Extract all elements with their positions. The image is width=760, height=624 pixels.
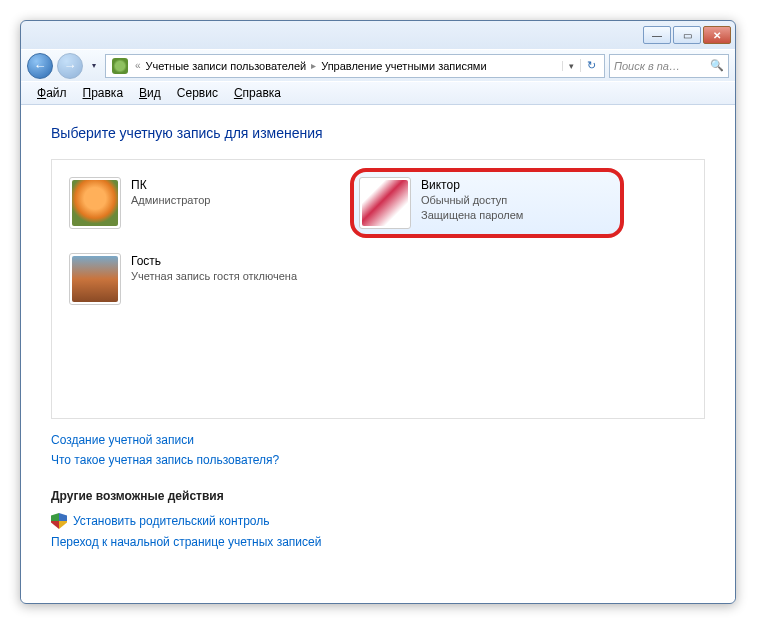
avatar: [69, 253, 121, 305]
action-parental-control[interactable]: Установить родительский контроль: [51, 513, 705, 529]
account-role: Обычный доступ: [421, 193, 523, 208]
back-button[interactable]: ←: [27, 53, 53, 79]
account-pk[interactable]: ПК Администратор: [62, 170, 332, 236]
menu-edit[interactable]: Правка: [75, 84, 132, 102]
breadcrumb-seg-useraccounts[interactable]: Учетные записи пользователей: [144, 60, 309, 72]
menu-tools[interactable]: Сервис: [169, 84, 226, 102]
nav-history-dropdown[interactable]: ▾: [87, 54, 101, 78]
breadcrumb-seg-manage[interactable]: Управление учетными записями: [319, 60, 488, 72]
account-role: Администратор: [131, 193, 210, 208]
chevron-right-icon: ▸: [308, 60, 319, 71]
maximize-button[interactable]: ▭: [673, 26, 701, 44]
search-icon[interactable]: 🔍: [710, 59, 724, 72]
account-name: ПК: [131, 177, 210, 193]
account-viktor[interactable]: Виктор Обычный доступ Защищена паролем: [352, 170, 622, 236]
addressbar-dropdown[interactable]: ▾: [562, 61, 580, 71]
account-name: Гость: [131, 253, 297, 269]
navbar: ← → ▾ « Учетные записи пользователей ▸ У…: [21, 49, 735, 81]
content: Выберите учетную запись для изменения ПК…: [21, 105, 735, 599]
link-parental-control[interactable]: Установить родительский контроль: [73, 514, 270, 528]
menubar: Файл Правка Вид Сервис Справка: [21, 81, 735, 105]
account-password-status: Защищена паролем: [421, 208, 523, 223]
menu-file[interactable]: Файл: [29, 84, 75, 102]
refresh-button[interactable]: ↻: [580, 59, 602, 72]
link-what-is-account[interactable]: Что такое учетная запись пользователя?: [51, 453, 705, 467]
shield-icon: [51, 513, 67, 529]
search-input[interactable]: Поиск в па… 🔍: [609, 54, 729, 78]
account-name: Виктор: [421, 177, 523, 193]
accounts-list: ПК Администратор Виктор Обычный доступ З…: [51, 159, 705, 419]
link-create-account[interactable]: Создание учетной записи: [51, 433, 705, 447]
breadcrumb-prefix: «: [132, 60, 144, 71]
avatar: [69, 177, 121, 229]
page-title: Выберите учетную запись для изменения: [51, 125, 705, 141]
search-placeholder: Поиск в па…: [614, 60, 680, 72]
account-guest[interactable]: Гость Учетная запись гостя отключена: [62, 246, 332, 312]
forward-button[interactable]: →: [57, 53, 83, 79]
links-section: Создание учетной записи Что такое учетна…: [51, 433, 705, 467]
other-actions-heading: Другие возможные действия: [51, 489, 705, 503]
addressbar[interactable]: « Учетные записи пользователей ▸ Управле…: [105, 54, 605, 78]
titlebar: — ▭ ✕: [21, 21, 735, 49]
window: — ▭ ✕ ← → ▾ « Учетные записи пользовател…: [20, 20, 736, 604]
minimize-button[interactable]: —: [643, 26, 671, 44]
menu-help[interactable]: Справка: [226, 84, 289, 102]
close-button[interactable]: ✕: [703, 26, 731, 44]
addressbar-icon: [112, 58, 128, 74]
menu-view[interactable]: Вид: [131, 84, 169, 102]
link-goto-main[interactable]: Переход к начальной странице учетных зап…: [51, 535, 705, 549]
avatar: [359, 177, 411, 229]
account-status: Учетная запись гостя отключена: [131, 269, 297, 284]
